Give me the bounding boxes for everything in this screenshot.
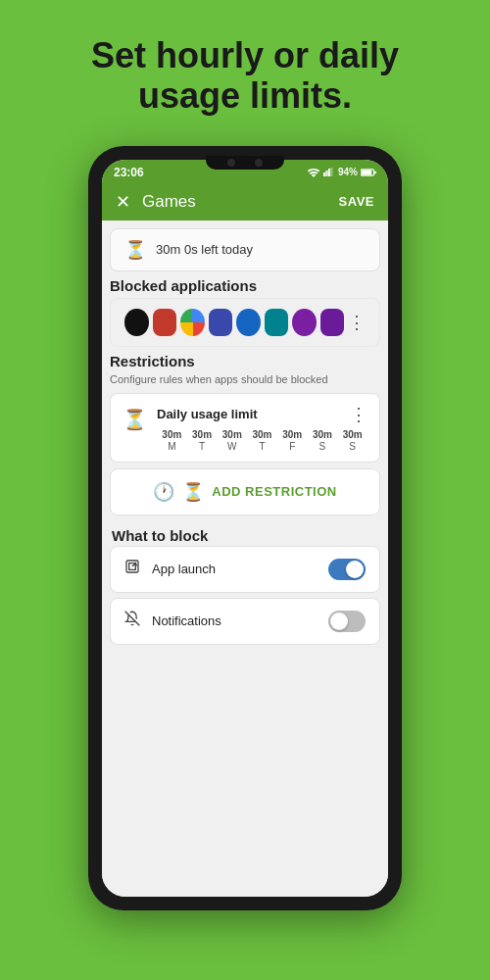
day-time-5: 30m bbox=[308, 429, 338, 440]
restrictions-section: Restrictions Configure rules when apps s… bbox=[110, 353, 380, 515]
restriction-card: ⏳ Daily usage limit ⋮ 30m 30m 30m 30m bbox=[110, 393, 380, 463]
restrictions-heading: Restrictions bbox=[110, 353, 380, 369]
status-icons: 94% bbox=[307, 167, 376, 177]
day-time-0: 30m bbox=[157, 429, 187, 440]
blocked-apps-heading: Blocked applications bbox=[110, 277, 380, 294]
save-button[interactable]: SAVE bbox=[339, 194, 374, 209]
time-remaining-card: ⏳ 30m 0s left today bbox=[110, 228, 380, 271]
day-time-3: 30m bbox=[247, 429, 277, 440]
app-launch-row: App launch bbox=[110, 546, 380, 593]
app-launch-icon bbox=[124, 559, 140, 579]
battery-icon bbox=[361, 168, 376, 177]
svg-rect-1 bbox=[325, 171, 327, 176]
day-label-2: W bbox=[217, 441, 247, 452]
app-icon-4 bbox=[209, 309, 233, 336]
app-icon-3 bbox=[180, 309, 205, 336]
restriction-hourglass-icon: ⏳ bbox=[122, 408, 147, 431]
apps-inner: ⋮ bbox=[110, 298, 380, 347]
hourglass-icon: ⏳ bbox=[124, 239, 146, 261]
signal-icon bbox=[323, 167, 335, 177]
day-label-6: S bbox=[337, 441, 368, 452]
notifications-toggle[interactable] bbox=[328, 611, 366, 632]
app-icon-6 bbox=[265, 309, 289, 336]
app-icon-7 bbox=[292, 309, 317, 336]
day-time-4: 30m bbox=[277, 429, 308, 440]
svg-rect-5 bbox=[362, 170, 371, 174]
wifi-icon bbox=[307, 167, 320, 177]
restriction-more-button[interactable]: ⋮ bbox=[350, 404, 368, 425]
svg-rect-2 bbox=[328, 169, 330, 176]
day-time-1: 30m bbox=[187, 429, 218, 440]
restriction-title-row: Daily usage limit ⋮ bbox=[157, 404, 368, 425]
day-label-5: S bbox=[308, 441, 338, 452]
app-launch-label: App launch bbox=[152, 562, 317, 576]
app-icon-1 bbox=[124, 309, 149, 336]
day-label-0: M bbox=[157, 441, 187, 452]
apps-more-button[interactable]: ⋮ bbox=[348, 312, 366, 333]
restriction-details: Daily usage limit ⋮ 30m 30m 30m 30m 30m … bbox=[157, 404, 368, 452]
apps-icons-row: ⋮ bbox=[124, 309, 366, 336]
svg-rect-0 bbox=[323, 172, 325, 176]
day-label-4: F bbox=[277, 441, 308, 452]
restriction-title: Daily usage limit bbox=[157, 407, 258, 421]
blocked-apps-section: Blocked applications ⋮ bbox=[110, 277, 380, 347]
restriction-row: ⏳ Daily usage limit ⋮ 30m 30m 30m 30m bbox=[122, 404, 368, 452]
svg-line-9 bbox=[125, 612, 140, 626]
app-launch-toggle[interactable] bbox=[328, 559, 366, 580]
battery-text: 94% bbox=[338, 167, 358, 177]
add-restriction-label: ADD RESTRICTION bbox=[212, 484, 336, 499]
day-time-6: 30m bbox=[337, 429, 368, 440]
headline: Set hourly or daily usage limits. bbox=[0, 0, 490, 136]
notifications-icon bbox=[124, 611, 140, 631]
clock-icon: 🕐 bbox=[153, 481, 174, 503]
app-icon-8 bbox=[320, 309, 345, 336]
what-to-block-section: What to block App launch bbox=[110, 521, 380, 645]
phone-camera bbox=[206, 156, 284, 170]
phone-screen: 23:06 94% ✕ Games SAVE ⏳ 30m 0s left tod… bbox=[102, 160, 388, 897]
days-grid: 30m 30m 30m 30m 30m 30m 30m M T W T bbox=[157, 429, 368, 452]
day-label-1: T bbox=[187, 441, 218, 452]
what-to-block-heading: What to block bbox=[110, 521, 380, 546]
time-remaining-text: 30m 0s left today bbox=[156, 242, 253, 257]
close-button[interactable]: ✕ bbox=[116, 191, 130, 213]
phone-device: 23:06 94% ✕ Games SAVE ⏳ 30m 0s left tod… bbox=[88, 146, 402, 910]
content-area: ⏳ 30m 0s left today Blocked applications bbox=[102, 220, 388, 897]
svg-rect-6 bbox=[374, 172, 376, 173]
add-timer-icon: ⏳ bbox=[182, 481, 204, 503]
app-icon-2 bbox=[153, 309, 177, 336]
app-icon-5 bbox=[236, 309, 261, 336]
app-bar-title: Games bbox=[142, 192, 327, 212]
restrictions-sub: Configure rules when apps should be bloc… bbox=[110, 373, 380, 385]
notifications-label: Notifications bbox=[152, 613, 317, 628]
day-label-3: T bbox=[247, 441, 277, 452]
notifications-row: Notifications bbox=[110, 598, 380, 645]
status-time: 23:06 bbox=[114, 166, 144, 179]
day-time-2: 30m bbox=[217, 429, 247, 440]
app-bar: ✕ Games SAVE bbox=[102, 183, 388, 220]
add-restriction-button[interactable]: 🕐 ⏳ ADD RESTRICTION bbox=[110, 468, 380, 515]
svg-rect-3 bbox=[330, 168, 332, 176]
